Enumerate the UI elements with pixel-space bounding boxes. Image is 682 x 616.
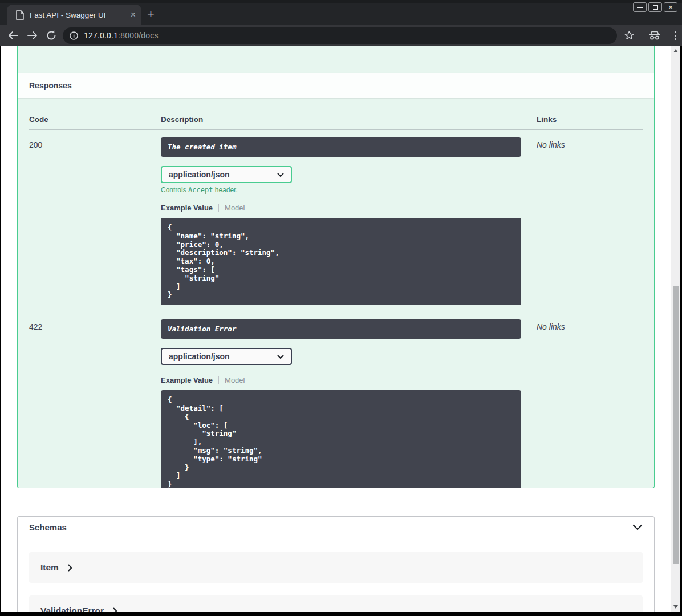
minimize-icon <box>637 7 643 8</box>
response-row-200: 200 The created item application/json Co… <box>29 130 643 312</box>
page-favicon-icon <box>16 10 24 20</box>
browser-toolbar: 127.0.0.1:8000/docs <box>0 25 682 46</box>
chevron-down-icon[interactable] <box>632 524 643 530</box>
example-json-block: { "name": "string", "price": 0, "descrip… <box>161 218 521 305</box>
response-code: 422 <box>29 319 161 488</box>
back-button[interactable] <box>7 30 19 41</box>
swagger-page: Responses Code Description Links 200 The… <box>1 46 680 612</box>
tab-example-value[interactable]: Example Value <box>161 204 213 212</box>
accept-header-note: Controls Accept header. <box>161 186 537 194</box>
response-links: No links <box>537 319 643 488</box>
browser-titlebar: Fast API - Swagger UI × + × <box>0 0 682 25</box>
response-description: Validation Error <box>161 319 521 339</box>
maximize-button[interactable] <box>648 2 662 12</box>
post-operation-block: Responses Code Description Links 200 The… <box>17 46 655 488</box>
url-bar[interactable]: 127.0.0.1:8000/docs <box>63 27 617 44</box>
column-links: Links <box>537 115 643 124</box>
scroll-up-arrow-icon[interactable] <box>673 49 678 52</box>
page-scrollbar[interactable] <box>671 46 680 612</box>
example-json-200: { "name": "string", "price": 0, "descrip… <box>168 224 514 299</box>
response-description: The created item <box>161 137 521 157</box>
new-tab-button[interactable]: + <box>147 7 155 22</box>
example-json-block: { "detail": [ { "loc": [ "string" ], "ms… <box>161 390 521 488</box>
column-code: Code <box>29 115 161 124</box>
tab-model[interactable]: Model <box>225 204 245 212</box>
url-path: :8000/docs <box>118 31 159 40</box>
schema-item-label: Item <box>40 562 59 573</box>
schema-item[interactable]: Item <box>29 552 643 583</box>
responses-title: Responses <box>29 81 72 90</box>
tab-model[interactable]: Model <box>225 376 245 384</box>
responses-table-header: Code Description Links <box>29 107 643 130</box>
scrollbar-thumb[interactable] <box>673 286 679 564</box>
minimize-button[interactable] <box>633 2 647 12</box>
browser-tab[interactable]: Fast API - Swagger UI × <box>7 5 141 25</box>
browser-menu-button[interactable] <box>675 31 676 40</box>
incognito-icon <box>648 31 661 40</box>
example-json-422: { "detail": [ { "loc": [ "string" ], "ms… <box>168 396 514 488</box>
chevron-right-icon <box>113 607 117 613</box>
tab-title: Fast API - Swagger UI <box>30 11 126 19</box>
reload-button[interactable] <box>46 30 57 41</box>
responses-section-header: Responses <box>18 73 654 98</box>
schemas-header[interactable]: Schemas <box>18 517 654 538</box>
media-type-select[interactable]: application/json <box>161 166 292 183</box>
forward-button[interactable] <box>26 30 39 41</box>
media-type-select[interactable]: application/json <box>161 348 292 365</box>
column-description: Description <box>161 115 537 124</box>
url-host: 127.0.0.1 <box>84 31 118 40</box>
close-icon: × <box>668 5 673 10</box>
tab-close-icon[interactable]: × <box>131 10 136 19</box>
chevron-down-icon <box>277 173 284 177</box>
schemas-title: Schemas <box>29 522 67 532</box>
chevron-right-icon <box>68 564 72 572</box>
chevron-down-icon <box>277 355 284 359</box>
response-links: No links <box>537 137 643 312</box>
schemas-section: Schemas Item ValidationError <box>17 516 655 612</box>
schema-item[interactable]: ValidationError <box>29 595 643 612</box>
close-button[interactable]: × <box>664 2 677 12</box>
maximize-icon <box>653 5 658 10</box>
response-row-422: 422 Validation Error application/json Ex… <box>29 312 643 488</box>
bookmark-star-icon[interactable] <box>624 30 635 40</box>
scroll-down-arrow-icon[interactable] <box>673 605 678 609</box>
response-code: 200 <box>29 137 161 312</box>
tab-example-value[interactable]: Example Value <box>161 376 213 384</box>
schema-item-label: ValidationError <box>40 606 104 612</box>
url-text: 127.0.0.1:8000/docs <box>84 31 159 40</box>
site-info-icon[interactable] <box>70 31 78 40</box>
